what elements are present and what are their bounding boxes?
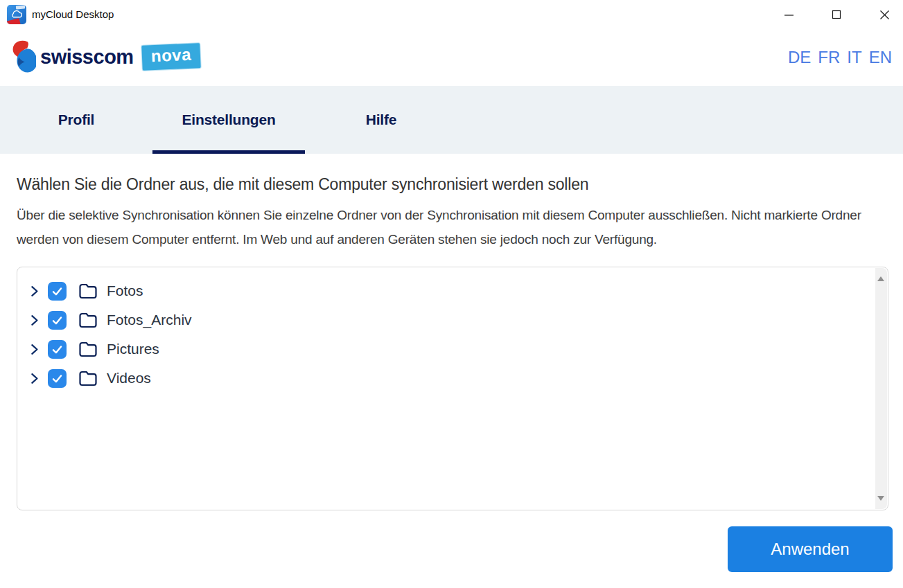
folder-checkbox[interactable] xyxy=(48,311,67,330)
language-fr[interactable]: FR xyxy=(818,48,840,67)
tab-hilfe[interactable]: Hilfe xyxy=(305,86,457,154)
swisscom-lifeform-icon xyxy=(10,40,36,73)
folder-icon xyxy=(78,341,98,358)
folder-row-fotos-archiv[interactable]: Fotos_Archiv xyxy=(17,305,888,335)
folder-row-pictures[interactable]: Pictures xyxy=(17,335,888,364)
folder-icon xyxy=(78,370,98,387)
folder-name: Pictures xyxy=(107,341,159,357)
checkmark-icon xyxy=(51,372,64,385)
folder-checkbox[interactable] xyxy=(48,369,67,388)
cloud-icon xyxy=(10,8,24,19)
chevron-right-icon[interactable] xyxy=(28,285,43,298)
titlebar: myCloud Desktop xyxy=(0,0,903,29)
tab-einstellungen[interactable]: Einstellungen xyxy=(152,86,305,154)
close-icon xyxy=(879,10,890,20)
folder-icon xyxy=(78,312,98,329)
folder-tree: Fotos Fotos_Archiv Pictures xyxy=(17,267,888,510)
chevron-right-icon[interactable] xyxy=(28,372,43,385)
language-de[interactable]: DE xyxy=(788,48,811,67)
tab-label: Profil xyxy=(58,112,94,128)
folder-checkbox[interactable] xyxy=(48,340,67,359)
mycloud-app-icon xyxy=(7,5,26,24)
nova-badge: nova xyxy=(141,43,201,71)
language-en[interactable]: EN xyxy=(869,48,892,67)
folder-name: Fotos_Archiv xyxy=(107,312,192,328)
checkmark-icon xyxy=(51,314,64,327)
checkmark-icon xyxy=(51,285,64,298)
swisscom-logo: swisscom nova xyxy=(10,40,200,73)
tab-label: Einstellungen xyxy=(182,112,275,128)
brand-wordmark: swisscom xyxy=(40,46,134,69)
scroll-up-icon[interactable] xyxy=(877,276,884,281)
sync-description: Über die selektive Synchronisation könne… xyxy=(17,203,870,251)
language-selector: DE FR IT EN xyxy=(788,48,892,67)
folder-row-fotos[interactable]: Fotos xyxy=(17,276,888,305)
settings-sync-panel: Wählen Sie die Ordner aus, die mit diese… xyxy=(0,154,903,588)
scroll-down-icon[interactable] xyxy=(877,496,884,501)
page-title: Wählen Sie die Ordner aus, die mit diese… xyxy=(17,175,886,194)
maximize-button[interactable] xyxy=(824,3,849,26)
minimize-icon xyxy=(784,10,794,19)
chevron-right-icon[interactable] xyxy=(28,343,43,356)
tab-profil[interactable]: Profil xyxy=(0,86,152,154)
apply-button[interactable]: Anwenden xyxy=(728,526,893,572)
tab-label: Hilfe xyxy=(366,112,397,128)
checkmark-icon xyxy=(51,343,64,356)
minimize-button[interactable] xyxy=(776,3,801,26)
maximize-icon xyxy=(832,10,841,19)
close-button[interactable] xyxy=(872,3,897,26)
header: swisscom nova DE FR IT EN xyxy=(0,29,903,86)
window-title: myCloud Desktop xyxy=(32,8,114,20)
folder-checkbox[interactable] xyxy=(48,282,67,301)
language-it[interactable]: IT xyxy=(847,48,861,67)
folder-name: Fotos xyxy=(107,283,143,299)
folder-name: Videos xyxy=(107,370,151,386)
chevron-right-icon[interactable] xyxy=(28,314,43,327)
folder-icon xyxy=(78,283,98,300)
scrollbar[interactable] xyxy=(875,268,887,509)
folder-row-videos[interactable]: Videos xyxy=(17,364,888,393)
tabbar: Profil Einstellungen Hilfe xyxy=(0,86,903,154)
